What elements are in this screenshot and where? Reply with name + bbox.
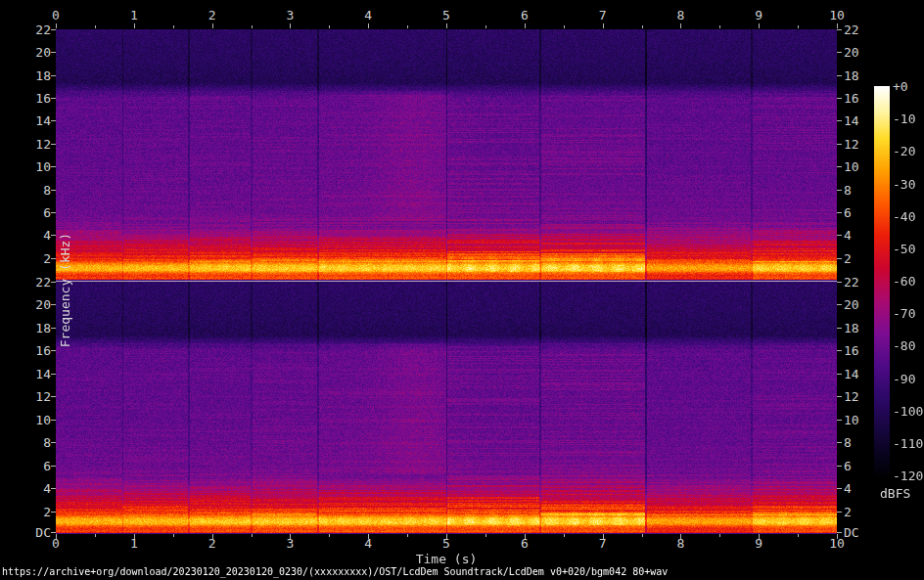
- x-tick-label-top: 8: [661, 9, 700, 22]
- x-tick-top: [759, 23, 760, 28]
- spectrogram-channel-2: [56, 282, 837, 534]
- x-minor-tick-top: [407, 25, 408, 28]
- x-tick-bottom: [837, 534, 838, 539]
- x-minor-tick-bottom: [329, 534, 330, 537]
- colorbar-tick-label: +0: [893, 80, 924, 93]
- channel-divider-line: [56, 281, 837, 282]
- y-tick-right: [837, 420, 842, 421]
- y-tick-right: [837, 532, 842, 533]
- y-tick-right: [837, 190, 842, 191]
- x-minor-tick-top: [642, 25, 643, 28]
- x-tick-top: [837, 23, 838, 28]
- y-tick-right: [837, 235, 842, 236]
- x-minor-tick-bottom: [642, 534, 643, 537]
- x-minor-tick-top: [173, 25, 174, 28]
- colorbar-unit-label: dBFS: [880, 486, 910, 501]
- x-minor-tick-bottom: [407, 534, 408, 537]
- x-tick-top: [446, 23, 447, 28]
- colorbar-tick-label: -10: [893, 112, 924, 125]
- x-tick-label-top: 10: [817, 9, 856, 22]
- x-minor-tick-bottom: [564, 534, 565, 537]
- colorbar-tick-label: -20: [893, 145, 924, 157]
- x-tick-bottom: [680, 534, 681, 539]
- colorbar-tick-label: -30: [893, 178, 924, 191]
- colorbar-tick-label: -110: [893, 437, 924, 450]
- y-tick-right: [837, 488, 842, 489]
- x-tick-bottom: [368, 534, 369, 539]
- y-tick-label-right: 22: [844, 23, 883, 36]
- y-tick-right: [837, 512, 842, 513]
- x-axis-title: Time (s): [56, 553, 837, 565]
- x-tick-label-top: 5: [427, 9, 466, 22]
- y-tick-label-right: 18: [844, 69, 883, 82]
- x-tick-label-top: 3: [270, 9, 309, 22]
- x-tick-label-top: 4: [348, 9, 388, 22]
- colorbar-tick-label: -100: [893, 405, 924, 418]
- colorbar-tick-label: -60: [893, 275, 924, 288]
- y-tick-right: [837, 374, 842, 375]
- x-minor-tick-top: [252, 25, 253, 28]
- y-tick-right: [837, 52, 842, 53]
- y-tick-right: [837, 166, 842, 167]
- x-minor-tick-bottom: [719, 534, 720, 537]
- x-minor-tick-top: [719, 25, 720, 28]
- y-tick-right: [837, 466, 842, 467]
- x-tick-bottom: [525, 534, 526, 539]
- x-tick-top: [525, 23, 526, 28]
- source-url-text: https://archive+org/download/20230120_20…: [2, 566, 668, 578]
- x-tick-bottom: [603, 534, 604, 539]
- x-tick-bottom: [446, 534, 447, 539]
- y-tick-right: [837, 304, 842, 305]
- y-tick-right: [837, 98, 842, 99]
- x-minor-tick-bottom: [173, 534, 174, 537]
- y-tick-label-right: 20: [844, 46, 883, 59]
- spectrogram-channel-1: [56, 29, 837, 281]
- x-tick-label-top: 6: [505, 9, 544, 22]
- x-tick-top: [603, 23, 604, 28]
- y-tick-right: [837, 350, 842, 351]
- x-tick-label-top: 2: [193, 9, 232, 22]
- y-tick-right: [837, 282, 842, 283]
- colorbar-tick-label: -40: [893, 210, 924, 223]
- colorbar-tick-label: -90: [893, 373, 924, 385]
- x-tick-top: [212, 23, 213, 28]
- y-tick-right: [837, 29, 842, 30]
- x-tick-bottom: [134, 534, 135, 539]
- y-axis-title: Frequency (kHz): [8, 0, 122, 580]
- y-tick-label-right: 2: [844, 506, 883, 518]
- y-tick-right: [837, 75, 842, 76]
- y-tick-right: [837, 120, 842, 121]
- x-minor-tick-top: [329, 25, 330, 28]
- y-tick-right: [837, 328, 842, 329]
- colorbar-tick-label: -70: [893, 307, 924, 320]
- x-tick-bottom: [290, 534, 291, 539]
- y-tick-right: [837, 144, 842, 145]
- x-tick-top: [134, 23, 135, 28]
- x-tick-top: [680, 23, 681, 28]
- x-tick-label-top: 9: [739, 9, 778, 22]
- colorbar-tick-label: -50: [893, 243, 924, 255]
- y-tick-right: [837, 258, 842, 259]
- spectrogram-figure: 0011223344556677889910102222202018181616…: [0, 0, 924, 580]
- x-minor-tick-bottom: [485, 534, 486, 537]
- colorbar-tick-label: -120: [893, 469, 924, 482]
- x-tick-bottom: [212, 534, 213, 539]
- x-minor-tick-top: [564, 25, 565, 28]
- x-minor-tick-top: [485, 25, 486, 28]
- colorbar-gradient: [874, 86, 890, 475]
- x-minor-tick-top: [798, 25, 799, 28]
- x-tick-top: [290, 23, 291, 28]
- colorbar-tick-label: -80: [893, 339, 924, 352]
- y-tick-right: [837, 396, 842, 397]
- x-tick-bottom: [759, 534, 760, 539]
- x-tick-label-top: 7: [583, 9, 623, 22]
- x-minor-tick-bottom: [252, 534, 253, 537]
- x-tick-top: [368, 23, 369, 28]
- y-tick-right: [837, 212, 842, 213]
- y-tick-label-right: 4: [844, 482, 883, 495]
- x-minor-tick-bottom: [798, 534, 799, 537]
- y-tick-label-dc-right: DC: [844, 526, 883, 539]
- y-tick-right: [837, 442, 842, 443]
